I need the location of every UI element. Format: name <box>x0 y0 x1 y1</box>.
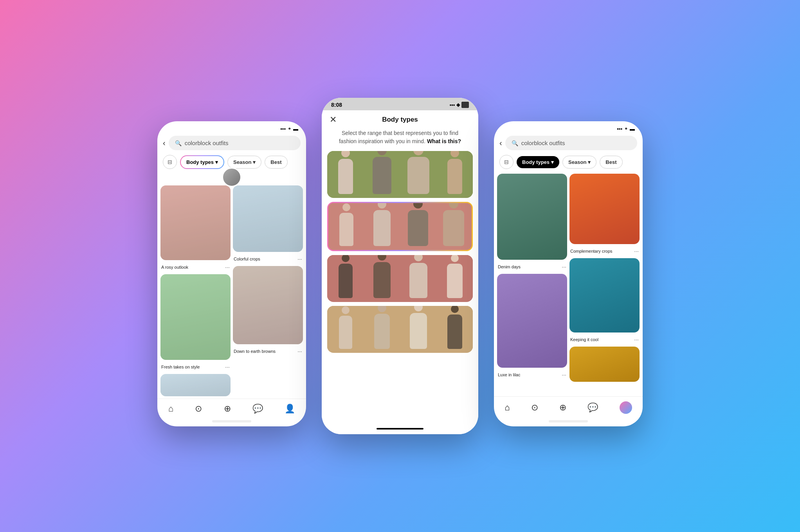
figure-2-1 <box>328 203 364 246</box>
right-bottom-nav: ⌂ ⊙ ⊕ 💬 <box>494 396 643 420</box>
figure-3-3 <box>400 255 436 298</box>
left-pin-grid: A rosy outlook ··· Fresh takes on style … <box>157 183 306 399</box>
season-label: Season <box>233 159 251 165</box>
colorful-dots[interactable]: ··· <box>297 256 302 262</box>
right-plus-nav-icon[interactable]: ⊕ <box>559 403 566 413</box>
right-search-row: ‹ 🔍 colorblock outfits <box>494 133 643 153</box>
right-signal-icon: ▪▪▪ <box>617 126 622 132</box>
pin-earth[interactable] <box>233 266 303 344</box>
rosy-dots[interactable]: ··· <box>225 264 230 270</box>
pin-complementary[interactable] <box>569 174 640 244</box>
figure-1-1 <box>327 151 364 194</box>
denim-dots[interactable]: ··· <box>562 264 566 270</box>
denim-label: Denim days <box>498 264 521 269</box>
center-phone: 8:08 ▪▪▪ ◈ █ ✕ Body types Select the ran… <box>322 98 478 434</box>
figure-1-3 <box>400 151 436 194</box>
plus-nav-icon[interactable]: ⊕ <box>224 404 231 414</box>
right-chat-nav-icon[interactable]: 💬 <box>587 403 598 413</box>
figure-1-2 <box>364 151 400 194</box>
pin-fresh[interactable] <box>160 274 231 360</box>
chevron-down-icon-2: ▾ <box>253 159 256 165</box>
left-col-1: A rosy outlook ··· Fresh takes on style … <box>160 185 231 396</box>
figure-4-1 <box>327 306 364 349</box>
sliders-icon: ⊟ <box>168 159 172 165</box>
center-status-icons: ▪▪▪ ◈ █ <box>450 102 469 108</box>
chevron-down-icon: ▾ <box>215 159 218 165</box>
body-types-chip[interactable]: Body types ▾ <box>180 155 224 169</box>
lilac-label: Luxe in lilac <box>498 372 520 377</box>
right-home-nav-icon[interactable]: ⌂ <box>505 403 510 413</box>
right-body-types-chip[interactable]: Body types ▾ <box>517 156 559 168</box>
right-search-nav-icon[interactable]: ⊙ <box>531 403 538 413</box>
rosy-label: A rosy outlook <box>161 265 188 270</box>
pin-cool[interactable] <box>569 258 640 332</box>
center-battery-icon: █ <box>461 102 469 108</box>
pin-amber[interactable] <box>569 347 640 382</box>
figure-2-2 <box>364 203 400 246</box>
pin-blue-bottom[interactable] <box>160 374 231 396</box>
figure-4-2 <box>364 306 400 349</box>
left-search-row: ‹ 🔍 colorblock outfits <box>157 133 306 153</box>
earth-dots[interactable]: ··· <box>297 348 302 354</box>
close-button[interactable]: ✕ <box>330 115 337 125</box>
pin-denim[interactable] <box>497 174 567 260</box>
figure-4-3 <box>400 306 436 349</box>
right-search-icon: 🔍 <box>512 140 518 146</box>
search-nav-icon[interactable]: ⊙ <box>195 404 202 414</box>
body-type-row-1[interactable] <box>327 151 473 198</box>
right-best-label: Best <box>605 159 616 165</box>
right-search-bar[interactable]: 🔍 colorblock outfits <box>505 136 637 150</box>
body-types-label: Body types <box>186 159 214 165</box>
figure-3-1 <box>327 255 364 298</box>
fresh-label: Fresh takes on style <box>161 365 200 369</box>
center-signal-icon: ▪▪▪ <box>450 102 455 108</box>
right-best-chip[interactable]: Best <box>600 156 622 169</box>
pin-colorful[interactable] <box>233 185 303 252</box>
earth-label-row: Down to earth browns ··· <box>233 347 303 356</box>
right-chevron-down-icon-2: ▾ <box>588 159 591 165</box>
right-battery-icon: ▬ <box>630 126 635 132</box>
best-chip[interactable]: Best <box>265 156 287 169</box>
right-filter-row: ⊟ Body types ▾ Season ▾ Best <box>494 153 643 171</box>
modal-subtitle: Select the range that best represents yo… <box>322 126 478 151</box>
right-status-icons: ▪▪▪ ⚬ ▬ <box>617 126 635 132</box>
subtitle-bold[interactable]: What is this? <box>427 138 461 144</box>
center-wifi-icon: ◈ <box>456 102 460 108</box>
complementary-dots[interactable]: ··· <box>634 248 639 254</box>
right-sliders-icon: ⊟ <box>504 159 509 165</box>
pin-rosy[interactable] <box>160 185 231 260</box>
body-type-section <box>322 151 478 425</box>
left-col-2: Colorful crops ··· Down to earth browns … <box>233 185 303 396</box>
season-chip[interactable]: Season ▾ <box>227 156 261 169</box>
right-status-bar: ▪▪▪ ⚬ ▬ <box>494 121 643 133</box>
body-type-row-4[interactable] <box>327 306 473 353</box>
right-filter-icon-button[interactable]: ⊟ <box>499 155 514 169</box>
fresh-dots[interactable]: ··· <box>225 364 230 370</box>
right-season-chip[interactable]: Season ▾ <box>562 156 596 169</box>
filter-icon-button[interactable]: ⊟ <box>163 155 177 169</box>
body-type-row-2[interactable] <box>327 202 473 251</box>
right-back-button[interactable]: ‹ <box>499 138 502 147</box>
left-search-bar[interactable]: 🔍 colorblock outfits <box>169 136 301 150</box>
left-phone: ▪▪▪ ⚬ ▬ ‹ 🔍 colorblock outfits ⊟ Body ty… <box>157 121 306 426</box>
chat-nav-icon[interactable]: 💬 <box>252 404 263 414</box>
lilac-dots[interactable]: ··· <box>562 372 566 378</box>
back-button[interactable]: ‹ <box>163 138 166 147</box>
cool-dots[interactable]: ··· <box>634 336 639 343</box>
cool-label-row: Keeping it cool ··· <box>569 335 640 344</box>
right-chevron-down-icon: ▾ <box>551 159 554 165</box>
figure-2-3 <box>400 203 436 246</box>
right-phone: ▪▪▪ ⚬ ▬ ‹ 🔍 colorblock outfits ⊟ Body ty… <box>494 121 643 426</box>
best-label: Best <box>270 159 281 165</box>
figure-2-4 <box>436 203 472 246</box>
left-search-text: colorblock outfits <box>185 140 229 146</box>
pin-lilac[interactable] <box>497 274 567 368</box>
right-col-1: Denim days ··· Luxe in lilac ··· <box>497 174 567 394</box>
home-nav-icon[interactable]: ⌂ <box>168 404 173 414</box>
profile-nav-icon[interactable]: 👤 <box>285 404 295 414</box>
figure-4-4 <box>436 306 473 349</box>
rosy-label-row: A rosy outlook ··· <box>160 262 231 272</box>
home-indicator <box>212 420 251 422</box>
right-profile-avatar[interactable] <box>620 401 632 414</box>
body-type-row-3[interactable] <box>327 255 473 302</box>
